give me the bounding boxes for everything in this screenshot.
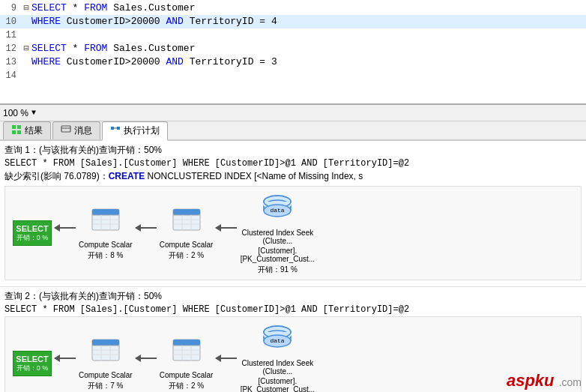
sql-code[interactable]: SELECT * FROM Sales.Customer bbox=[31, 1, 195, 15]
plan-node-select[interactable]: SELECT开销：0 % bbox=[13, 351, 52, 376]
query-block-1: 查询 1：(与该批有关的)查询开销：50%SELECT * FROM [Sale… bbox=[0, 141, 586, 287]
arrow-line bbox=[55, 227, 76, 229]
plan-node-label: Compute Scalar bbox=[160, 241, 214, 249]
results-scroll: 查询 1：(与该批有关的)查询开销：50%SELECT * FROM [Sale… bbox=[0, 141, 586, 392]
sql-line-14: 14 bbox=[0, 69, 586, 82]
plan-arrow bbox=[52, 358, 79, 359]
select-box: SELECT开销：0 % bbox=[13, 220, 52, 246]
select-label: SELECT bbox=[16, 355, 48, 364]
arrow-line bbox=[136, 358, 157, 359]
plan-node-label: Compute Scalar bbox=[79, 241, 133, 249]
plan-node-label2: [Customer].[PK_Customer_Cust... bbox=[240, 377, 315, 392]
plan-node-compute[interactable]: Compute Scalar开销：8 % bbox=[79, 206, 133, 261]
sql-line-10: 10 WHERE CustomerID>20000 AND TerritoryI… bbox=[0, 15, 586, 28]
tab-label: 消息 bbox=[74, 124, 92, 137]
sql-lines: 9⊟SELECT * FROM Sales.Customer10 WHERE C… bbox=[0, 0, 586, 103]
zoom-label: 100 % bbox=[3, 108, 28, 118]
svg-text:data: data bbox=[271, 207, 285, 214]
sql-line-13: 13 WHERE CustomerID>20000 AND TerritoryI… bbox=[0, 55, 586, 69]
arrow-line bbox=[216, 358, 237, 359]
svg-rect-17 bbox=[173, 209, 200, 215]
select-label: SELECT bbox=[16, 224, 48, 233]
compute-scalar-icon bbox=[89, 337, 122, 370]
execplan-icon bbox=[110, 124, 121, 137]
line-number: 11 bbox=[0, 28, 21, 42]
sql-code[interactable]: SELECT * FROM Sales.Customer bbox=[31, 42, 195, 55]
line-number: 10 bbox=[0, 15, 21, 28]
select-cost: 开销：0 % bbox=[16, 233, 49, 243]
plan-node-cluster[interactable]: data Clustered Index Seek (Cluste...[Cus… bbox=[240, 191, 315, 275]
bottom-panel: 结果消息执行计划 查询 1：(与该批有关的)查询开销：50%SELECT * F… bbox=[0, 121, 586, 392]
query-sql: SELECT * FROM [Sales].[Customer] WHERE [… bbox=[4, 158, 582, 169]
plan-node-cost: 开销：2 % bbox=[169, 250, 204, 261]
sql-line-9: 9⊟SELECT * FROM Sales.Customer bbox=[0, 1, 586, 15]
query-header: 查询 1：(与该批有关的)查询开销：50% bbox=[4, 144, 582, 157]
plan-arrow bbox=[52, 227, 79, 229]
clustered-index-seek-icon: data bbox=[259, 322, 296, 358]
plan-node-cost: 开销：7 % bbox=[88, 381, 123, 391]
create-keyword: CREATE bbox=[109, 171, 145, 181]
line-number: 14 bbox=[0, 69, 21, 82]
exec-plan-2: SELECT开销：0 % Compute Scalar开销：7 % Comput… bbox=[4, 316, 582, 392]
tab-label: 执行计划 bbox=[124, 124, 160, 137]
compute-scalar-icon bbox=[170, 337, 203, 370]
plan-node-compute[interactable]: Compute Scalar开销：7 % bbox=[79, 337, 133, 391]
svg-rect-39 bbox=[173, 340, 200, 346]
exec-plan-1: SELECT开销：0 % Compute Scalar开销：8 % Comput… bbox=[4, 186, 582, 280]
svg-rect-10 bbox=[92, 209, 119, 215]
line-number: 13 bbox=[0, 55, 21, 69]
query-sql: SELECT * FROM [Sales].[Customer] WHERE [… bbox=[4, 304, 582, 315]
line-collapse-icon[interactable]: ⊟ bbox=[21, 42, 31, 55]
compute-scalar-icon bbox=[89, 206, 122, 239]
sql-code[interactable]: WHERE CustomerID>20000 AND TerritoryID =… bbox=[31, 55, 277, 69]
clustered-index-seek-icon: data bbox=[259, 191, 296, 227]
svg-rect-1 bbox=[17, 125, 21, 129]
plan-node-select[interactable]: SELECT开销：0 % bbox=[13, 220, 52, 246]
plan-node-label2: [Customer].[PK_Customer_Cust... bbox=[240, 247, 315, 263]
grid-icon bbox=[11, 124, 22, 137]
zoom-dropdown-icon[interactable]: ▼ bbox=[31, 109, 36, 117]
sql-line-12: 12⊟SELECT * FROM Sales.Customer bbox=[0, 42, 586, 55]
plan-node-cost: 开销：2 % bbox=[169, 381, 204, 391]
missing-index-rest: NONCLUSTERED INDEX [<Name of Missing Ind… bbox=[145, 171, 363, 181]
arrow-line bbox=[136, 227, 157, 229]
missing-index-hint: 缺少索引(影响 76.0789)：CREATE NONCLUSTERED IND… bbox=[4, 170, 582, 183]
line-number: 12 bbox=[0, 42, 21, 55]
plan-arrow bbox=[213, 227, 240, 229]
compute-scalar-icon bbox=[170, 206, 203, 239]
sql-code[interactable]: WHERE CustomerID>20000 AND TerritoryID =… bbox=[31, 15, 277, 28]
plan-node-cluster[interactable]: data Clustered Index Seek (Cluste...[Cus… bbox=[240, 322, 315, 392]
zoom-bar: 100 % ▼ bbox=[0, 105, 586, 121]
plan-node-cost: 开销：91 % bbox=[258, 265, 297, 275]
plan-node-compute[interactable]: Compute Scalar开销：2 % bbox=[160, 337, 214, 391]
plan-arrow bbox=[213, 358, 240, 359]
svg-rect-7 bbox=[117, 127, 120, 130]
message-icon bbox=[61, 124, 71, 137]
plan-arrow bbox=[133, 227, 160, 229]
plan-node-compute[interactable]: Compute Scalar开销：2 % bbox=[160, 206, 214, 261]
plan-arrow bbox=[133, 358, 160, 359]
svg-rect-2 bbox=[12, 130, 16, 134]
plan-node-cost: 开销：8 % bbox=[88, 250, 123, 261]
query-header: 查询 2：(与该批有关的)查询开销：50% bbox=[4, 290, 582, 303]
svg-rect-4 bbox=[61, 126, 70, 132]
svg-text:data: data bbox=[271, 337, 285, 344]
svg-rect-0 bbox=[12, 125, 16, 129]
line-number: 9 bbox=[0, 1, 21, 15]
line-collapse-icon[interactable]: ⊟ bbox=[21, 1, 31, 15]
plan-node-label: Compute Scalar bbox=[160, 371, 214, 379]
query-block-2: 查询 2：(与该批有关的)查询开销：50%SELECT * FROM [Sale… bbox=[0, 287, 586, 392]
tab-label: 结果 bbox=[25, 124, 43, 137]
select-cost: 开销：0 % bbox=[16, 364, 49, 373]
tab-execplan[interactable]: 执行计划 bbox=[102, 121, 168, 141]
svg-rect-6 bbox=[111, 127, 114, 130]
arrow-line bbox=[216, 227, 237, 229]
svg-rect-32 bbox=[92, 340, 119, 346]
plan-node-label: Compute Scalar bbox=[79, 371, 133, 379]
arrow-line bbox=[55, 358, 76, 359]
sql-editor: 9⊟SELECT * FROM Sales.Customer10 WHERE C… bbox=[0, 0, 586, 105]
missing-index-prefix: 缺少索引(影响 76.0789)： bbox=[4, 171, 109, 181]
tab-results[interactable]: 结果 bbox=[3, 121, 51, 139]
tab-messages[interactable]: 消息 bbox=[52, 121, 100, 139]
plan-node-label: Clustered Index Seek (Cluste... bbox=[240, 229, 315, 245]
